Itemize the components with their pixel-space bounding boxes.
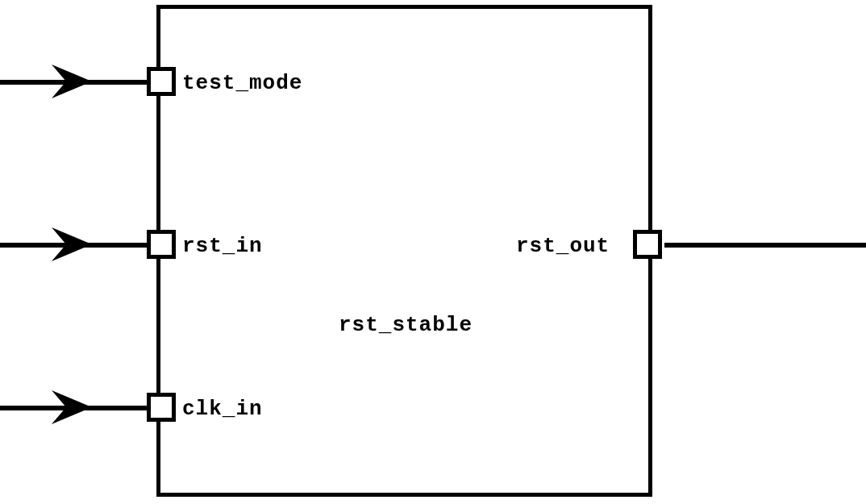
port-label-rst-in: rst_in [182,234,263,258]
svg-marker-0 [52,65,92,98]
block-name-label: rst_stable [339,313,473,337]
port-label-rst-out: rst_out [516,234,610,258]
wire-rst-out [664,243,866,248]
port-label-clk-in: clk_in [182,397,263,421]
port-label-test-mode: test_mode [182,71,302,95]
diagram-canvas: rst_stable test_mode rst_in clk_in rst_o… [0,0,866,504]
port-test-mode [147,67,176,96]
arrowhead-clk-in-icon [52,390,92,424]
port-rst-out [633,230,662,259]
port-rst-in [147,230,176,259]
svg-marker-1 [52,227,92,261]
arrowhead-test-mode-icon [52,65,92,98]
port-clk-in [147,393,176,422]
svg-marker-2 [52,390,92,424]
arrowhead-rst-in-icon [52,227,92,261]
